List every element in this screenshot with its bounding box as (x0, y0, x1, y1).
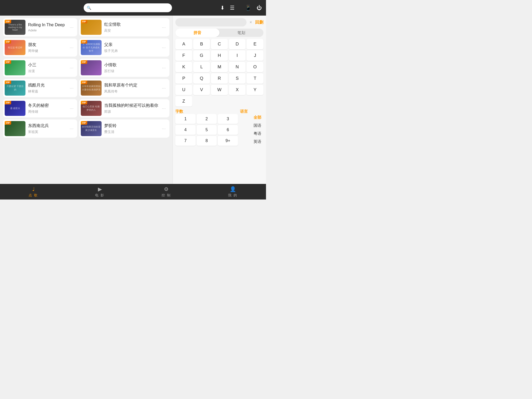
letter-key-a[interactable]: A (175, 39, 192, 49)
num-key-1[interactable]: 1 (175, 114, 196, 124)
letter-key-f[interactable]: F (175, 50, 192, 61)
panel-search-input[interactable] (175, 18, 247, 26)
thumb-wrap: 只要出望 千更目的VIP (5, 81, 25, 96)
clear-button[interactable]: × (249, 20, 253, 25)
film-icon: ▶ (98, 186, 102, 192)
song-info: 小情歌苏打绿 (104, 62, 158, 74)
power-icon[interactable]: ⏻ (257, 5, 262, 11)
more-button[interactable]: ··· (161, 44, 167, 51)
num-key-3[interactable]: 3 (218, 114, 238, 124)
letter-key-e[interactable]: E (247, 39, 263, 49)
right-panel: × 回删 拼音 笔划 ABCDEFGHIJKLMNOPQRSTUVWXYZ 字数… (172, 16, 266, 184)
main-content: There's a fire starting in my heartVIPRo… (0, 16, 266, 184)
lang-btn-全部[interactable]: 全部 (240, 114, 263, 121)
song-card[interactable]: 通 感受冷VIP冬天的秘密周传雄··· (3, 99, 77, 117)
search-input[interactable] (84, 3, 172, 12)
song-card[interactable]: There's a fire starting in my heartVIPRo… (3, 18, 77, 36)
song-card[interactable]: 发控制商活动欢迎 黄沙满景长VIP梦驼铃费玉清··· (79, 119, 169, 138)
vip-badge: VIP (5, 121, 11, 125)
nav-item-0[interactable]: ♩点 歌 (0, 184, 66, 200)
letter-key-p[interactable]: P (175, 73, 192, 84)
lang-btn-粤语[interactable]: 粤语 (240, 130, 263, 137)
download-icon[interactable]: ⬇ (220, 5, 225, 11)
more-button[interactable]: ··· (69, 84, 75, 92)
more-button[interactable]: ··· (69, 24, 75, 31)
more-button[interactable]: ··· (161, 105, 167, 112)
song-card[interactable]: 有过这 有过样VIP朋友周华健··· (3, 38, 77, 57)
letter-key-s[interactable]: S (229, 73, 246, 84)
letter-key-g[interactable]: G (193, 50, 210, 61)
letter-key-l[interactable]: L (193, 62, 210, 72)
song-artist: 周传雄 (28, 109, 66, 114)
song-card[interactable]: VIP东西南北兵宋祖英··· (3, 119, 77, 138)
letter-key-b[interactable]: B (193, 39, 210, 49)
more-button[interactable]: ··· (69, 105, 75, 112)
letter-key-m[interactable]: M (211, 62, 228, 72)
lang-list: 全部国语粤语英语 (240, 114, 263, 145)
letter-key-q[interactable]: Q (193, 73, 210, 84)
thumb-wrap: 通 感受冷VIP (5, 101, 25, 116)
letter-key-r[interactable]: R (211, 73, 228, 84)
letter-key-d[interactable]: D (229, 39, 246, 49)
num-key-8[interactable]: 8 (197, 136, 217, 146)
song-title: 梦驼铃 (104, 123, 158, 129)
more-button[interactable]: ··· (69, 125, 75, 132)
letter-key-t[interactable]: T (247, 73, 263, 84)
song-title: 冬天的秘密 (28, 103, 66, 108)
song-card[interactable]: 临己心灵放 站最梦差的人VIP当我孤独的时候还可以抱着你郑源··· (79, 99, 169, 117)
song-info: 红尘情歌高安 (104, 22, 158, 33)
bihui-tab[interactable]: 笔划 (220, 29, 264, 37)
letter-key-h[interactable]: H (211, 50, 228, 61)
letter-key-j[interactable]: J (247, 50, 263, 61)
thumb-wrap: 有过这 有过样VIP (5, 40, 25, 55)
letter-key-i[interactable]: I (229, 50, 246, 61)
nav-item-1[interactable]: ▶电 影 (66, 184, 133, 200)
num-key-4[interactable]: 4 (175, 125, 196, 135)
letter-key-k[interactable]: K (175, 62, 192, 72)
lang-btn-英语[interactable]: 英语 (240, 138, 263, 145)
letter-key-x[interactable]: X (229, 85, 246, 95)
song-card[interactable]: VIP小情歌苏打绿··· (79, 59, 169, 77)
song-info: 东西南北兵宋祖英 (28, 123, 66, 134)
letter-key-w[interactable]: W (211, 85, 228, 95)
num-key-7[interactable]: 7 (175, 136, 196, 146)
letter-key-z[interactable]: Z (175, 96, 192, 107)
thumb-wrap: 临己心灵放 站最梦差的人VIP (81, 101, 102, 116)
pinyin-tab[interactable]: 拼音 (175, 29, 220, 37)
song-card[interactable]: VIP小三冷漠··· (3, 59, 77, 77)
letter-key-u[interactable]: U (175, 85, 192, 95)
vip-badge: VIP (81, 81, 87, 84)
phone-icon[interactable]: 📱 (245, 5, 251, 11)
zishu-label: 字数 (175, 109, 183, 114)
letter-key-n[interactable]: N (229, 62, 246, 72)
song-artist: 周华健 (28, 49, 66, 53)
num-key-9+[interactable]: 9+ (218, 136, 238, 146)
song-card[interactable]: 大年年名家的奖励 大量你你满满梦里VIP我和草原有个约定凤凰传奇··· (79, 79, 169, 97)
lang-btn-国语[interactable]: 国语 (240, 122, 263, 129)
more-button[interactable]: ··· (69, 44, 75, 51)
more-button[interactable]: ··· (161, 84, 167, 92)
nav-item-2[interactable]: ⚙控 制 (133, 184, 200, 200)
letter-key-v[interactable]: V (193, 85, 210, 95)
nav-item-3[interactable]: 👤我 的 (200, 184, 266, 200)
letter-key-o[interactable]: O (247, 62, 263, 72)
song-card[interactable]: 王: 好时时光感慢你 筷子兄弟成长歌手VIP父亲筷子兄弟··· (79, 38, 169, 57)
more-button[interactable]: ··· (69, 64, 75, 72)
more-button[interactable]: ··· (161, 24, 167, 31)
nav-label-1: 电 影 (95, 193, 104, 198)
num-key-2[interactable]: 2 (197, 114, 217, 124)
song-artist: 高安 (104, 28, 158, 33)
song-card[interactable]: 只要出望 千更目的VIP残酷月光林宥嘉··· (3, 79, 77, 97)
letter-key-y[interactable]: Y (247, 85, 263, 95)
queue-icon[interactable]: ☰ (230, 5, 235, 11)
huishu-button[interactable]: 回删 (255, 20, 263, 25)
num-key-5[interactable]: 5 (197, 125, 217, 135)
more-button[interactable]: ··· (161, 125, 167, 132)
song-info: 当我孤独的时候还可以抱着你郑源 (104, 103, 158, 114)
song-card[interactable]: VIP红尘情歌高安··· (79, 18, 169, 36)
thumb-wrap: VIP (5, 121, 25, 136)
num-key-6[interactable]: 6 (218, 125, 238, 135)
thumb-wrap: 大年年名家的奖励 大量你你满满梦里VIP (81, 81, 102, 96)
letter-key-c[interactable]: C (211, 39, 228, 49)
more-button[interactable]: ··· (161, 64, 167, 72)
